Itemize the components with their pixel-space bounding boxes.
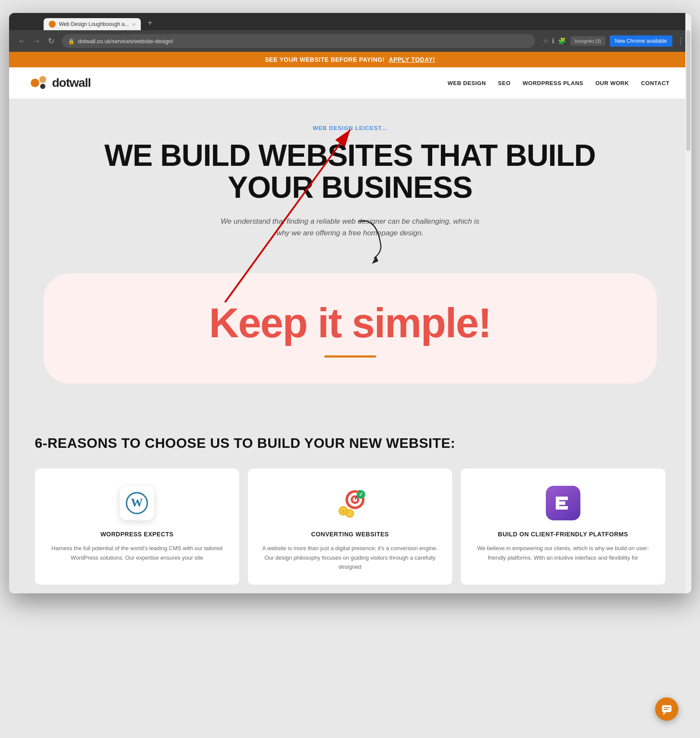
card-converting-text: A website is more than just a digital pr… bbox=[260, 544, 440, 571]
browser-tab[interactable]: Web Design Loughboough a... ✕ bbox=[44, 18, 141, 30]
keep-simple-box: Keep it simple! bbox=[44, 273, 657, 383]
cards-grid: W WORDPRESS EXPECTS Harness the full pot… bbox=[35, 469, 665, 584]
new-chrome-button[interactable]: New Chrome available bbox=[610, 35, 672, 47]
svg-text:✓: ✓ bbox=[359, 491, 363, 497]
svg-rect-20 bbox=[556, 497, 568, 500]
svg-point-10 bbox=[346, 510, 354, 517]
card-wordpress-title: WORDPRESS EXPECTS bbox=[47, 531, 227, 538]
logo[interactable]: dotwall bbox=[31, 75, 91, 91]
converting-icon-container: $ bbox=[333, 486, 367, 520]
tab-title: Web Design Loughboough a... bbox=[59, 21, 129, 27]
reasons-section: 6-REASONS TO CHOOSE US TO BUILD YOUR NEW… bbox=[9, 409, 691, 593]
svg-point-0 bbox=[31, 79, 39, 87]
card-platform: BUILD ON CLIENT-FRIENDLY PLATFORMS We be… bbox=[461, 469, 665, 584]
hero-title: WE BUILD WEBSITES THAT BUILD YOUR BUSINE… bbox=[44, 140, 657, 203]
reasons-title: 6-REASONS TO CHOOSE US TO BUILD YOUR NEW… bbox=[35, 435, 665, 451]
nav-web-design[interactable]: WEB DESIGN bbox=[448, 80, 486, 86]
keep-simple-section: Keep it simple! bbox=[9, 273, 691, 409]
chat-button[interactable] bbox=[655, 697, 678, 721]
keep-simple-text: Keep it simple! bbox=[61, 299, 640, 347]
hero-label: WEB DESIGN LEICEST... bbox=[44, 125, 657, 131]
hero-section: WEB DESIGN LEICEST... WE BUILD WEBSITES … bbox=[9, 99, 691, 273]
reload-button[interactable]: ↻ bbox=[45, 35, 57, 47]
wordpress-icon: W bbox=[120, 486, 154, 520]
menu-button[interactable]: ⋮ bbox=[677, 36, 684, 46]
card-wordpress-text: Harness the full potential of the world'… bbox=[47, 544, 227, 562]
nav-links: WEB DESIGN SEO WORDPRESS PLANS OUR WORK … bbox=[448, 80, 670, 86]
scrollbar-thumb[interactable] bbox=[686, 30, 690, 151]
card-converting-title: CONVERTING WEBSITES bbox=[260, 531, 440, 538]
svg-point-2 bbox=[40, 84, 45, 89]
bookmark-icon[interactable]: ☆ bbox=[543, 37, 548, 45]
svg-point-1 bbox=[39, 76, 46, 83]
logo-text: dotwall bbox=[52, 76, 91, 90]
platform-icon-container bbox=[546, 486, 580, 520]
svg-rect-21 bbox=[556, 501, 565, 505]
site-navigation: dotwall WEB DESIGN SEO WORDPRESS PLANS O… bbox=[9, 67, 691, 99]
tab-close-button[interactable]: ✕ bbox=[132, 22, 136, 27]
promo-cta[interactable]: APPLY TODAY! bbox=[389, 56, 435, 63]
svg-rect-28 bbox=[664, 709, 668, 710]
forward-button[interactable]: → bbox=[31, 35, 43, 47]
nav-wordpress-plans[interactable]: WORDPRESS PLANS bbox=[523, 80, 583, 86]
info-icon[interactable]: ℹ bbox=[552, 37, 554, 45]
nav-contact[interactable]: CONTACT bbox=[641, 80, 669, 86]
card-converting: $ bbox=[248, 469, 452, 584]
svg-rect-22 bbox=[556, 506, 568, 510]
incognito-button[interactable]: Incognito (3) bbox=[570, 36, 605, 46]
elementor-icon bbox=[546, 486, 580, 520]
chat-icon bbox=[661, 703, 672, 715]
svg-rect-25 bbox=[662, 705, 671, 712]
svg-rect-27 bbox=[664, 707, 670, 708]
card-platform-title: BUILD ON CLIENT-FRIENDLY PLATFORMS bbox=[473, 531, 653, 538]
back-button[interactable]: ← bbox=[16, 35, 28, 47]
svg-marker-26 bbox=[663, 712, 666, 715]
keep-simple-underline bbox=[324, 355, 376, 358]
scrollbar[interactable] bbox=[685, 13, 691, 593]
wordpress-icon-container: W bbox=[120, 486, 154, 520]
extensions-icon[interactable]: 🧩 bbox=[558, 37, 566, 45]
nav-our-work[interactable]: OUR WORK bbox=[595, 80, 629, 86]
hero-title-line1: WE BUILD WEBSITES THAT BUILD bbox=[105, 139, 595, 172]
svg-text:$: $ bbox=[342, 509, 345, 513]
nav-seo[interactable]: SEO bbox=[498, 80, 510, 86]
svg-text:W: W bbox=[131, 496, 143, 509]
card-wordpress: W WORDPRESS EXPECTS Harness the full pot… bbox=[35, 469, 239, 584]
new-tab-button[interactable]: + bbox=[143, 18, 155, 30]
promo-text: SEE YOUR WEBSITE BEFORE PAYING! bbox=[265, 56, 385, 63]
hero-title-line2: YOUR BUSINESS bbox=[228, 171, 472, 204]
card-platform-text: We believe in empowering our clients, wh… bbox=[473, 544, 653, 562]
target-icon: $ bbox=[333, 486, 367, 520]
logo-icon bbox=[31, 75, 49, 91]
curved-arrow-annotation bbox=[324, 213, 411, 265]
promo-banner: SEE YOUR WEBSITE BEFORE PAYING! APPLY TO… bbox=[9, 52, 691, 67]
url-bar[interactable]: dotwall.co.uk/services/website-design/ bbox=[78, 38, 173, 44]
